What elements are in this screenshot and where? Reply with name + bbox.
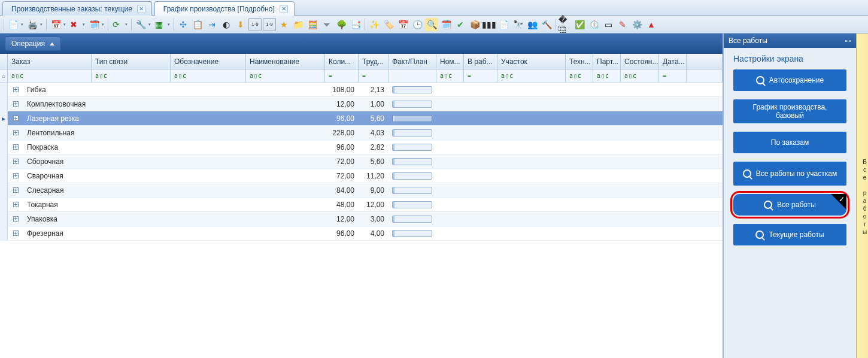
expand-icon[interactable] (8, 183, 23, 197)
col-fakt[interactable]: Факт/План (389, 54, 436, 69)
toolbar-delete-icon[interactable]: ✖ (68, 18, 86, 31)
table-row[interactable]: Комплектовочная12,001,00 (0, 97, 723, 111)
toolbar-calendar-icon[interactable]: 📅 (49, 18, 67, 31)
group-panel[interactable]: Операция (0, 34, 723, 54)
toolbar-clock-icon[interactable]: 🕒 (411, 18, 424, 31)
toolbar-wand-icon[interactable]: ✨ (368, 18, 381, 31)
table-row[interactable]: Упаковка12,003,00 (0, 212, 723, 226)
toolbar-square-icon[interactable]: ▭ (602, 18, 615, 31)
toolbar-calendar-refresh-icon[interactable]: 🗓️ (87, 18, 105, 31)
expand-icon[interactable] (8, 154, 23, 168)
expand-icon[interactable] (8, 212, 23, 226)
toolbar-funnel-icon[interactable]: ⏷ (320, 18, 333, 31)
toolbar-doc2-icon[interactable]: 📄 (497, 18, 510, 31)
col-tip[interactable]: Тип связи (92, 54, 171, 69)
col-oboz[interactable]: Обозначение (171, 54, 246, 69)
table-row[interactable]: Фрезерная96,004,00 (0, 226, 723, 241)
toolbar-gear-icon[interactable]: ⚙️ (630, 18, 644, 31)
filter-sost[interactable]: a▯c (621, 69, 659, 82)
filter-vrab[interactable]: = (464, 69, 497, 82)
toolbar-folder-icon[interactable]: 📁 (292, 18, 305, 31)
close-icon[interactable]: ✕ (137, 5, 145, 13)
col-data[interactable]: Дата... (659, 54, 687, 69)
toolbar-calendar-check-icon[interactable]: 🗓️ (439, 18, 453, 31)
filter-icon[interactable]: ⌕ (0, 69, 8, 82)
col-zakaz[interactable]: Заказ (8, 54, 92, 69)
screen-setting-button[interactable]: Автосохранение (733, 69, 846, 91)
expand-icon[interactable] (8, 97, 23, 111)
col-naim[interactable]: Наименование (246, 54, 325, 69)
col-sost[interactable]: Состоян... (621, 54, 659, 69)
table-row[interactable]: Слесарная84,009,00 (0, 183, 723, 198)
screen-setting-button[interactable]: По заказам (733, 132, 846, 153)
toolbar-upred-icon[interactable]: ▲ (645, 18, 658, 31)
toolbar-document-icon[interactable]: 📄 (7, 18, 25, 31)
toolbar-pencil-icon[interactable]: ✎ (616, 18, 629, 31)
toolbar-search-icon[interactable]: 🔍 (425, 18, 438, 31)
toolbar-range1-icon[interactable]: 1-9 (248, 18, 262, 31)
toolbar-filtertree-icon[interactable]: 🧮 (306, 18, 319, 31)
filter-tekh[interactable]: a▯c (566, 69, 593, 82)
toolbar-refresh-icon[interactable]: ⟳ (111, 18, 129, 31)
toolbar-range2-icon[interactable]: 1-9 (263, 18, 276, 31)
table-row[interactable]: Гибка108,002,13 (0, 83, 723, 97)
col-tekh[interactable]: Техн... (566, 54, 593, 69)
expand-icon[interactable] (8, 83, 23, 96)
filter-oboz[interactable]: a▯c (171, 69, 246, 82)
toolbar-share-icon[interactable]: ✣ (177, 18, 190, 31)
table-row[interactable]: Сборочная72,005,60 (0, 154, 723, 169)
toolbar-org-icon[interactable]: �⿻ (559, 18, 572, 31)
toolbar-hammer-icon[interactable]: 🔨 (540, 18, 553, 31)
table-row[interactable]: Токарная48,0012,00 (0, 198, 723, 212)
expand-icon[interactable] (8, 226, 23, 240)
table-row[interactable]: Покраска96,002,82 (0, 140, 723, 154)
screen-setting-button[interactable]: График производства, базовый (733, 99, 846, 123)
col-part[interactable]: Парт... (593, 54, 621, 69)
toolbar-star-icon[interactable]: ★ (277, 18, 290, 31)
toolbar-check-icon[interactable]: ✔ (454, 18, 467, 31)
filter-kol[interactable]: = (325, 69, 359, 82)
toolbar-calendar2-icon[interactable]: 📅 (396, 18, 409, 31)
filter-tip[interactable]: a▯c (92, 69, 171, 82)
col-nom[interactable]: Ном... (436, 54, 464, 69)
pin-icon[interactable]: ⊷ (845, 37, 851, 45)
toolbar-pie-icon[interactable]: ◐ (220, 18, 233, 31)
expand-icon[interactable] (8, 169, 23, 183)
filter-trud[interactable]: = (359, 69, 389, 82)
filter-zakaz[interactable]: a▯c (8, 69, 92, 82)
toolbar-clipboard-icon[interactable]: 📑 (349, 18, 362, 31)
toolbar-box-icon[interactable]: 📦 (468, 18, 481, 31)
expand-icon[interactable] (8, 126, 23, 139)
toolbar-clock2-icon[interactable]: ⏲️ (587, 18, 600, 31)
toolbar-notes-icon[interactable]: 📋 (191, 18, 204, 31)
expand-icon[interactable] (8, 140, 23, 154)
screen-setting-button[interactable]: Все работы по участкам (733, 162, 846, 186)
filter-part[interactable]: a▯c (593, 69, 621, 82)
toolbar-barcode-icon[interactable]: ▮▮▮ (482, 18, 496, 31)
filter-data[interactable]: = (659, 69, 687, 82)
filter-uch[interactable]: a▯c (497, 69, 566, 82)
expand-icon[interactable] (8, 111, 23, 125)
close-icon[interactable]: ✕ (280, 5, 288, 13)
group-chip-operation[interactable]: Операция (5, 37, 61, 51)
toolbar-wrench-icon[interactable]: 🔧 (134, 18, 152, 31)
toolbar-tag-icon[interactable]: 🏷️ (382, 18, 395, 31)
filter-fakt[interactable] (389, 69, 436, 82)
col-uch[interactable]: Участок (497, 54, 566, 69)
toolbar-binoculars-icon[interactable]: 🔭 (511, 18, 524, 31)
toolbar-excel-icon[interactable]: ▦ (153, 18, 171, 31)
col-vrab[interactable]: В раб... (464, 54, 497, 69)
toolbar-tree-icon[interactable]: 🌳 (335, 18, 348, 31)
screen-setting-button[interactable]: Все работы (733, 194, 846, 216)
col-trud[interactable]: Труд... (359, 54, 389, 69)
screen-setting-button[interactable]: Текущие работы (733, 224, 846, 245)
side-collapsed-tab[interactable]: Все работы (856, 34, 868, 358)
toolbar-print-icon[interactable]: 🖨️ (26, 18, 44, 31)
table-row[interactable]: Лентопильная228,004,03 (0, 126, 723, 140)
col-kol[interactable]: Коли... (325, 54, 359, 69)
toolbar-checkcircle-icon[interactable]: ✅ (573, 18, 586, 31)
tab-production-orders[interactable]: Производственные заказы: текущие ✕ (2, 1, 152, 16)
tab-production-schedule[interactable]: График производства [Подробно] ✕ (154, 1, 295, 16)
toolbar-goto-icon[interactable]: ⇥ (205, 18, 218, 31)
table-row[interactable]: ▸Лазерная резка96,005,60 (0, 111, 723, 126)
